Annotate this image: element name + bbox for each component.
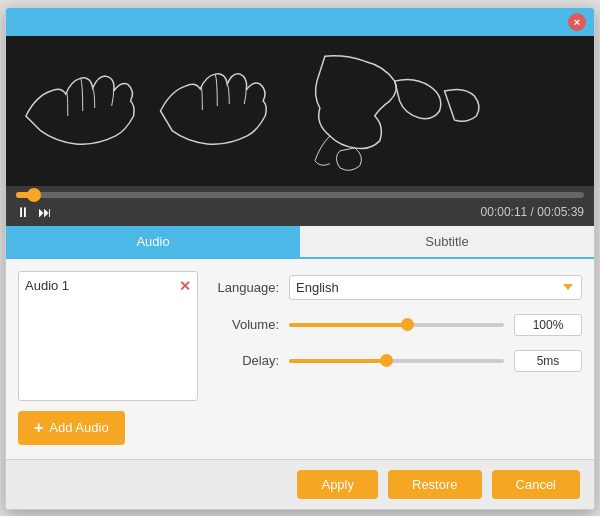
volume-row: Volume:: [214, 314, 582, 336]
video-sketch-svg: [6, 36, 594, 186]
volume-label: Volume:: [214, 317, 279, 332]
apply-button[interactable]: Apply: [297, 470, 378, 499]
delay-row: Delay:: [214, 350, 582, 372]
delay-label: Delay:: [214, 353, 279, 368]
controls-bar: ⏸ ⏭ 00:00:11 / 00:05:39: [6, 186, 594, 226]
progress-thumb: [27, 188, 41, 202]
current-time: 00:00:11: [481, 205, 528, 219]
cancel-button[interactable]: Cancel: [492, 470, 580, 499]
main-content: Audio 1 ✕ + Add Audio Language: English …: [6, 259, 594, 459]
restore-button[interactable]: Restore: [388, 470, 482, 499]
main-window: ×: [5, 7, 595, 510]
language-select[interactable]: English French Spanish German Japanese: [289, 275, 582, 300]
delay-fill: [289, 359, 386, 363]
total-time: 00:05:39: [537, 205, 584, 219]
delay-thumb[interactable]: [380, 354, 393, 367]
volume-thumb[interactable]: [401, 318, 414, 331]
svg-rect-0: [6, 36, 594, 185]
audio-remove-button[interactable]: ✕: [179, 278, 191, 294]
volume-slider[interactable]: [289, 318, 504, 332]
audio-item-label: Audio 1: [25, 278, 69, 293]
close-button[interactable]: ×: [568, 13, 586, 31]
audio-item: Audio 1 ✕: [25, 278, 191, 294]
volume-track: [289, 323, 504, 327]
pause-button[interactable]: ⏸: [16, 204, 30, 220]
progress-track[interactable]: [16, 192, 584, 198]
title-bar: ×: [6, 8, 594, 36]
time-display: 00:00:11 / 00:05:39: [481, 205, 584, 219]
audio-list-box: Audio 1 ✕: [18, 271, 198, 401]
add-audio-button[interactable]: + Add Audio: [18, 411, 125, 445]
delay-slider[interactable]: [289, 354, 504, 368]
next-button[interactable]: ⏭: [38, 204, 52, 220]
language-label: Language:: [214, 280, 279, 295]
language-row: Language: English French Spanish German …: [214, 275, 582, 300]
audio-list-panel: Audio 1 ✕ + Add Audio: [18, 271, 198, 447]
add-audio-label: Add Audio: [49, 420, 108, 435]
volume-value[interactable]: [514, 314, 582, 336]
delay-track: [289, 359, 504, 363]
tab-audio[interactable]: Audio: [6, 226, 300, 257]
settings-panel: Language: English French Spanish German …: [214, 271, 582, 447]
video-preview: [6, 36, 594, 186]
footer-bar: Apply Restore Cancel: [6, 459, 594, 509]
tabs-row: Audio Subtitle: [6, 226, 594, 259]
volume-fill: [289, 323, 407, 327]
add-icon: +: [34, 419, 43, 437]
tab-subtitle[interactable]: Subtitle: [300, 226, 594, 257]
delay-value[interactable]: [514, 350, 582, 372]
